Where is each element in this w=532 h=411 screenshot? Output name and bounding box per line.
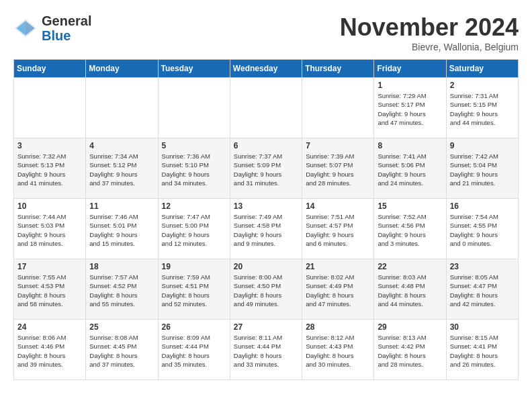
day-number: 2 [450,81,515,90]
day-info: Sunrise: 8:06 AM Sunset: 4:46 PM Dayligh… [17,333,82,369]
day-number: 30 [450,322,515,332]
day-number: 20 [234,262,298,271]
day-info: Sunrise: 7:32 AM Sunset: 5:13 PM Dayligh… [17,152,82,187]
logo-text: General Blue [42,13,91,43]
day-info: Sunrise: 8:09 AM Sunset: 4:44 PM Dayligh… [162,333,226,369]
day-info: Sunrise: 8:11 AM Sunset: 4:44 PM Dayligh… [234,333,298,369]
day-info: Sunrise: 7:46 AM Sunset: 5:01 PM Dayligh… [89,212,154,248]
header-thursday: Thursday [302,60,374,78]
header-monday: Monday [86,60,158,78]
day-number: 21 [306,262,370,271]
day-number: 3 [17,141,82,150]
calendar-cell: 23Sunrise: 8:05 AM Sunset: 4:47 PM Dayli… [446,259,518,320]
calendar-cell: 2Sunrise: 7:31 AM Sunset: 5:15 PM Daylig… [446,78,518,138]
day-info: Sunrise: 7:31 AM Sunset: 5:15 PM Dayligh… [450,91,515,127]
calendar-cell: 5Sunrise: 7:36 AM Sunset: 5:10 PM Daylig… [158,138,230,199]
day-info: Sunrise: 7:59 AM Sunset: 4:51 PM Dayligh… [162,273,226,308]
day-number: 16 [450,201,515,211]
day-info: Sunrise: 7:47 AM Sunset: 5:00 PM Dayligh… [162,212,226,248]
day-info: Sunrise: 7:29 AM Sunset: 5:17 PM Dayligh… [378,91,442,127]
calendar-cell: 28Sunrise: 8:12 AM Sunset: 4:43 PM Dayli… [302,320,374,380]
day-info: Sunrise: 8:15 AM Sunset: 4:41 PM Dayligh… [450,333,515,369]
day-info: Sunrise: 7:37 AM Sunset: 5:09 PM Dayligh… [234,152,298,187]
day-info: Sunrise: 7:52 AM Sunset: 4:56 PM Dayligh… [378,212,442,248]
calendar-cell: 3Sunrise: 7:32 AM Sunset: 5:13 PM Daylig… [14,138,86,199]
calendar-week-2: 3Sunrise: 7:32 AM Sunset: 5:13 PM Daylig… [14,138,519,199]
calendar-cell: 1Sunrise: 7:29 AM Sunset: 5:17 PM Daylig… [374,78,446,138]
calendar-week-5: 24Sunrise: 8:06 AM Sunset: 4:46 PM Dayli… [14,320,519,380]
day-info: Sunrise: 7:39 AM Sunset: 5:07 PM Dayligh… [306,152,370,187]
header-friday: Friday [374,60,446,78]
day-info: Sunrise: 7:44 AM Sunset: 5:03 PM Dayligh… [17,212,82,248]
calendar-cell [302,78,374,138]
calendar-cell: 20Sunrise: 8:00 AM Sunset: 4:50 PM Dayli… [230,259,302,320]
calendar-cell: 17Sunrise: 7:55 AM Sunset: 4:53 PM Dayli… [14,259,86,320]
day-info: Sunrise: 7:57 AM Sunset: 4:52 PM Dayligh… [89,273,154,308]
calendar-cell: 19Sunrise: 7:59 AM Sunset: 4:51 PM Dayli… [158,259,230,320]
day-number: 10 [17,201,82,211]
day-number: 23 [450,262,515,271]
logo-icon [13,16,38,40]
calendar-cell: 14Sunrise: 7:51 AM Sunset: 4:57 PM Dayli… [302,199,374,259]
calendar-cell: 21Sunrise: 8:02 AM Sunset: 4:49 PM Dayli… [302,259,374,320]
calendar-table: SundayMondayTuesdayWednesdayThursdayFrid… [13,59,519,380]
calendar-cell: 12Sunrise: 7:47 AM Sunset: 5:00 PM Dayli… [158,199,230,259]
day-number: 6 [234,141,298,150]
day-info: Sunrise: 7:42 AM Sunset: 5:04 PM Dayligh… [450,152,515,187]
day-number: 5 [162,141,226,150]
page-header: General Blue November 2024 Bievre, Wallo… [13,13,519,52]
month-title: November 2024 [340,13,519,42]
day-number: 29 [378,322,442,332]
calendar-cell: 22Sunrise: 8:03 AM Sunset: 4:48 PM Dayli… [374,259,446,320]
day-number: 13 [234,201,298,211]
day-number: 12 [162,201,226,211]
day-number: 9 [450,141,515,150]
day-number: 28 [306,322,370,332]
day-number: 22 [378,262,442,271]
day-info: Sunrise: 7:54 AM Sunset: 4:55 PM Dayligh… [450,212,515,248]
calendar-cell [14,78,86,138]
calendar-cell: 16Sunrise: 7:54 AM Sunset: 4:55 PM Dayli… [446,199,518,259]
day-number: 4 [89,141,154,150]
day-info: Sunrise: 7:34 AM Sunset: 5:12 PM Dayligh… [89,152,154,187]
calendar-cell: 11Sunrise: 7:46 AM Sunset: 5:01 PM Dayli… [86,199,158,259]
calendar-cell: 18Sunrise: 7:57 AM Sunset: 4:52 PM Dayli… [86,259,158,320]
calendar-cell: 27Sunrise: 8:11 AM Sunset: 4:44 PM Dayli… [230,320,302,380]
header-saturday: Saturday [446,60,518,78]
calendar-cell: 30Sunrise: 8:15 AM Sunset: 4:41 PM Dayli… [446,320,518,380]
day-info: Sunrise: 7:51 AM Sunset: 4:57 PM Dayligh… [306,212,370,248]
day-info: Sunrise: 7:36 AM Sunset: 5:10 PM Dayligh… [162,152,226,187]
calendar-cell: 10Sunrise: 7:44 AM Sunset: 5:03 PM Dayli… [14,199,86,259]
logo: General Blue [13,13,91,43]
location: Bievre, Wallonia, Belgium [340,42,519,52]
day-info: Sunrise: 8:05 AM Sunset: 4:47 PM Dayligh… [450,273,515,308]
calendar-cell: 13Sunrise: 7:49 AM Sunset: 4:58 PM Dayli… [230,199,302,259]
day-number: 24 [17,322,82,332]
day-number: 25 [89,322,154,332]
calendar-cell [230,78,302,138]
day-number: 17 [17,262,82,271]
calendar-cell: 4Sunrise: 7:34 AM Sunset: 5:12 PM Daylig… [86,138,158,199]
day-number: 15 [378,201,442,211]
day-info: Sunrise: 8:00 AM Sunset: 4:50 PM Dayligh… [234,273,298,308]
calendar-cell: 6Sunrise: 7:37 AM Sunset: 5:09 PM Daylig… [230,138,302,199]
day-number: 27 [234,322,298,332]
calendar-cell [158,78,230,138]
header-sunday: Sunday [14,60,86,78]
day-info: Sunrise: 7:49 AM Sunset: 4:58 PM Dayligh… [234,212,298,248]
calendar-cell: 26Sunrise: 8:09 AM Sunset: 4:44 PM Dayli… [158,320,230,380]
logo-general: General [42,13,91,28]
day-number: 7 [306,141,370,150]
day-info: Sunrise: 7:41 AM Sunset: 5:06 PM Dayligh… [378,152,442,187]
calendar-week-3: 10Sunrise: 7:44 AM Sunset: 5:03 PM Dayli… [14,199,519,259]
day-number: 26 [162,322,226,332]
header-wednesday: Wednesday [230,60,302,78]
calendar-cell: 24Sunrise: 8:06 AM Sunset: 4:46 PM Dayli… [14,320,86,380]
day-info: Sunrise: 8:02 AM Sunset: 4:49 PM Dayligh… [306,273,370,308]
day-number: 8 [378,141,442,150]
day-number: 18 [89,262,154,271]
day-info: Sunrise: 8:08 AM Sunset: 4:45 PM Dayligh… [89,333,154,369]
calendar-cell: 7Sunrise: 7:39 AM Sunset: 5:07 PM Daylig… [302,138,374,199]
calendar-week-1: 1Sunrise: 7:29 AM Sunset: 5:17 PM Daylig… [14,78,519,138]
title-block: November 2024 Bievre, Wallonia, Belgium [340,13,519,52]
